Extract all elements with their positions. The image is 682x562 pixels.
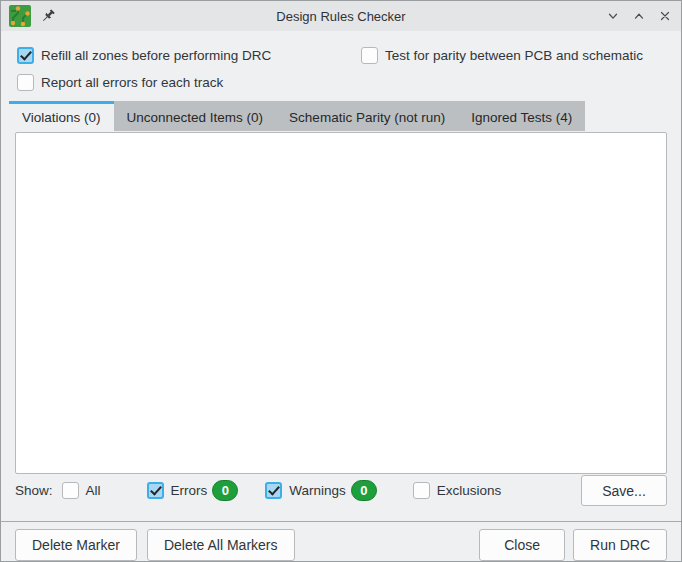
save-button[interactable]: Save... <box>581 475 667 506</box>
filter-exclusions-checkbox[interactable] <box>413 482 430 499</box>
title-bar: Design Rules Checker <box>1 1 681 31</box>
filter-all[interactable]: All <box>62 482 101 499</box>
action-button-row: Delete Marker Delete All Markers Close R… <box>1 529 681 561</box>
parity-checkbox[interactable] <box>361 47 378 64</box>
tab-schematic-parity[interactable]: Schematic Parity (not run) <box>276 101 458 131</box>
run-drc-button[interactable]: Run DRC <box>573 529 667 561</box>
parity-label: Test for parity between PCB and schemati… <box>385 48 643 63</box>
parity-option[interactable]: Test for parity between PCB and schemati… <box>361 45 665 65</box>
tab-unconnected-items[interactable]: Unconnected Items (0) <box>114 101 277 131</box>
filter-warnings[interactable]: Warnings 0 <box>265 480 377 501</box>
report-all-checkbox[interactable] <box>17 74 34 91</box>
errors-count-badge: 0 <box>212 480 238 501</box>
marker-buttons-group: Delete Marker Delete All Markers <box>15 529 295 561</box>
bottom-separator <box>1 521 681 522</box>
filter-errors-checkbox[interactable] <box>147 482 164 499</box>
filter-exclusions-label: Exclusions <box>437 483 502 498</box>
show-filter-row: Show: All Errors 0 Warnings 0 Exclusions… <box>1 475 681 506</box>
delete-all-markers-button[interactable]: Delete All Markers <box>147 529 295 561</box>
report-all-option[interactable]: Report all errors for each track <box>17 72 361 92</box>
results-tabbar: Violations (0) Unconnected Items (0) Sch… <box>9 101 585 131</box>
tab-ignored-tests[interactable]: Ignored Tests (4) <box>458 101 585 131</box>
filter-all-checkbox[interactable] <box>62 482 79 499</box>
filter-warnings-label: Warnings <box>289 483 346 498</box>
warnings-count-badge: 0 <box>351 480 377 501</box>
filter-errors-label: Errors <box>171 483 208 498</box>
close-button[interactable]: Close <box>479 529 565 561</box>
dialog-buttons-group: Close Run DRC <box>479 529 667 561</box>
delete-marker-button[interactable]: Delete Marker <box>15 529 137 561</box>
window-title: Design Rules Checker <box>1 9 681 24</box>
filter-all-label: All <box>86 483 101 498</box>
refill-zones-label: Refill all zones before performing DRC <box>41 48 271 63</box>
window-controls <box>605 8 673 24</box>
violations-list-panel[interactable] <box>15 132 667 474</box>
drc-options: Refill all zones before performing DRC T… <box>17 45 665 92</box>
close-icon[interactable] <box>657 8 673 24</box>
tab-violations[interactable]: Violations (0) <box>9 101 114 131</box>
chevron-down-icon[interactable] <box>605 8 621 24</box>
drc-dialog-window: Design Rules Checker Refill all zones be… <box>0 0 682 562</box>
filter-errors[interactable]: Errors 0 <box>147 480 239 501</box>
refill-zones-checkbox[interactable] <box>17 47 34 64</box>
chevron-up-icon[interactable] <box>631 8 647 24</box>
pcb-board-icon <box>9 5 31 27</box>
report-all-label: Report all errors for each track <box>41 75 223 90</box>
filter-exclusions[interactable]: Exclusions <box>413 482 502 499</box>
refill-zones-option[interactable]: Refill all zones before performing DRC <box>17 45 361 65</box>
show-label: Show: <box>15 483 53 498</box>
pin-icon[interactable] <box>40 8 56 24</box>
filter-warnings-checkbox[interactable] <box>265 482 282 499</box>
